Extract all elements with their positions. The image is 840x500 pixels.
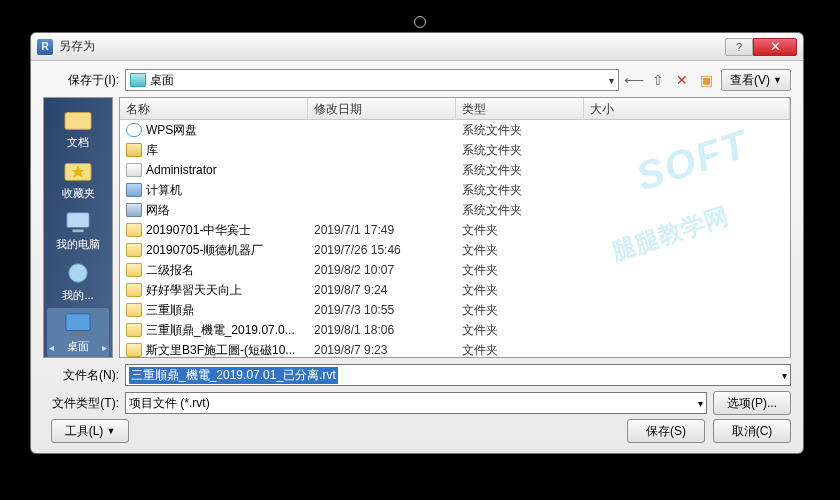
tools-button[interactable]: 工具(L) ▼ [51,419,129,443]
app-icon: R [37,39,53,55]
table-row[interactable]: 20190705-顺德机器厂2019/7/26 15:46文件夹 [120,240,790,260]
folder-icon [126,243,142,257]
table-row[interactable]: WPS网盘系统文件夹 [120,120,790,140]
chevron-down-icon: ▾ [609,75,614,86]
titlebar: R 另存为 ? ✕ [31,33,803,61]
folder-icon [126,223,142,237]
svg-rect-3 [67,213,89,228]
window-title: 另存为 [59,38,725,55]
help-button[interactable]: ? [725,38,753,56]
save-in-label: 保存于(I): [43,72,119,89]
up-icon[interactable]: ⇧ [649,71,667,89]
filetype-dropdown[interactable]: 项目文件 (*.rvt) ▾ [125,392,707,414]
chevron-down-icon: ▼ [773,75,782,85]
cancel-button[interactable]: 取消(C) [713,419,791,443]
table-row[interactable]: Administrator系统文件夹 [120,160,790,180]
computer-icon [63,209,93,235]
places-sidebar: 文档 收藏夹 我的电脑 我的... 桌面 ◂▸ [43,97,113,358]
folder-icon [126,343,142,357]
table-row[interactable]: 三重順鼎_機電_2019.07.0...2019/8/1 18:06文件夹 [120,320,790,340]
new-folder-icon[interactable]: ▣ [697,71,715,89]
folder-icon [126,263,142,277]
save-button[interactable]: 保存(S) [627,419,705,443]
net-icon [126,203,142,217]
svg-point-5 [69,264,88,283]
desktop-icon [130,73,146,87]
lib-icon [126,143,142,157]
table-row[interactable]: 库系统文件夹 [120,140,790,160]
user-icon [126,163,142,177]
col-type[interactable]: 类型 [456,98,584,119]
table-row[interactable]: 20190701-中华宾士2019/7/1 17:49文件夹 [120,220,790,240]
chevron-down-icon: ▾ [782,370,787,381]
sidebar-item-favorites[interactable]: 收藏夹 [47,155,109,204]
table-row[interactable]: 计算机系统文件夹 [120,180,790,200]
table-row[interactable]: 好好學習天天向上2019/8/7 9:24文件夹 [120,280,790,300]
location-dropdown[interactable]: 桌面 ▾ [125,69,619,91]
delete-icon[interactable]: ✕ [673,71,691,89]
filename-value: 三重順鼎_機電_2019.07.01_已分离.rvt [129,367,338,384]
svg-rect-6 [66,314,90,331]
view-label: 查看(V) [730,72,770,89]
folder-icon [63,107,93,133]
sidebar-item-mycomputer[interactable]: 我的电脑 [47,206,109,255]
chevron-down-icon: ▼ [106,426,115,436]
sidebar-scroll[interactable]: ◂▸ [49,342,107,353]
filename-input[interactable]: 三重順鼎_機電_2019.07.01_已分离.rvt ▾ [125,364,791,386]
options-button[interactable]: 选项(P)... [713,391,791,415]
svg-rect-4 [72,229,83,232]
col-date[interactable]: 修改日期 [308,98,456,119]
col-name[interactable]: 名称 [120,98,308,119]
file-list: SOFT 腿腿教学网 名称 修改日期 类型 大小 WPS网盘系统文件夹库系统文件… [119,97,791,358]
svg-rect-0 [65,113,91,130]
table-row[interactable]: 网络系统文件夹 [120,200,790,220]
table-row[interactable]: 三重順鼎2019/7/3 10:55文件夹 [120,300,790,320]
desktop-icon [63,311,93,337]
back-icon[interactable]: ⟵ [625,71,643,89]
column-headers[interactable]: 名称 修改日期 类型 大小 [120,98,790,120]
close-button[interactable]: ✕ [753,38,797,56]
svg-rect-7 [73,332,82,335]
favorites-icon [63,158,93,184]
folder-icon [126,323,142,337]
pc-icon [126,183,142,197]
table-row[interactable]: 斯文里B3F施工圖-(短磁10...2019/8/7 9:23文件夹 [120,340,790,357]
col-size[interactable]: 大小 [584,98,790,119]
network-icon [63,260,93,286]
filename-label: 文件名(N): [43,367,119,384]
cloud-icon [126,123,142,137]
table-row[interactable]: 二级报名2019/8/2 10:07文件夹 [120,260,790,280]
filetype-label: 文件类型(T): [43,395,119,412]
sidebar-item-documents[interactable]: 文档 [47,104,109,153]
save-as-dialog: R 另存为 ? ✕ 保存于(I): 桌面 ▾ ⟵ ⇧ ✕ ▣ 查看(V) ▼ 文… [30,32,804,454]
location-text: 桌面 [150,72,174,89]
filetype-value: 项目文件 (*.rvt) [129,395,210,412]
folder-icon [126,283,142,297]
chevron-down-icon: ▾ [698,398,703,409]
view-button[interactable]: 查看(V) ▼ [721,69,791,91]
folder-icon [126,303,142,317]
handle-circle [414,16,426,28]
sidebar-item-network[interactable]: 我的... [47,257,109,306]
